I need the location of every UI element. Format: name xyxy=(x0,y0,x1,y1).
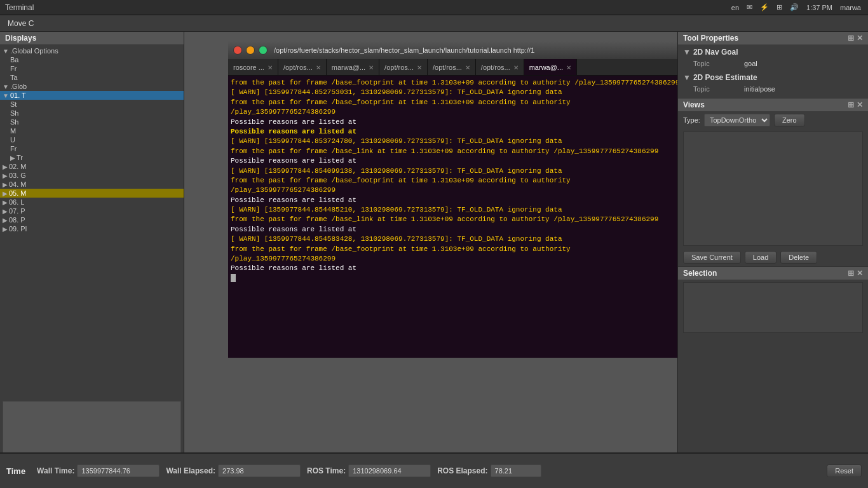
tree-item-m[interactable]: M xyxy=(0,126,184,135)
tree-item-sh1[interactable]: Sh xyxy=(0,109,184,118)
tab-close-icon[interactable]: ✕ xyxy=(465,64,470,71)
close-section-icon[interactable]: ✕ xyxy=(857,100,863,109)
tree-item-glob2[interactable]: ▼ .Glob xyxy=(0,82,184,91)
selection-canvas xyxy=(683,282,863,333)
views-section-icons: ⊞ ✕ xyxy=(848,100,863,109)
delete-button[interactable]: Delete xyxy=(780,251,817,264)
tree-item-label: Ba xyxy=(10,56,18,64)
tree-item-09[interactable]: ▶ 09. Pl xyxy=(0,224,184,233)
tab-label: /opt/ros... xyxy=(433,64,462,71)
terminal-tabs: roscore ... ✕ /opt/ros... ✕ marwa@... ✕ … xyxy=(228,59,677,76)
arrow-icon: ▶ xyxy=(3,172,8,179)
time-bar: Time Wall Time: Wall Elapsed: ROS Time: … xyxy=(0,452,868,488)
views-section: Views ⊞ ✕ Type: TopDownOrtho Zero Save C… xyxy=(678,98,868,267)
tree-item-03[interactable]: ▶ 03. G xyxy=(0,171,184,180)
terminal-titlebar: /opt/ros/fuerte/stacks/hector_slam/hecto… xyxy=(228,41,677,59)
tree-item-ba[interactable]: Ba xyxy=(0,55,184,64)
pose-estimate-topic-value: initialpose xyxy=(744,85,775,93)
save-current-button[interactable]: Save Current xyxy=(683,251,741,264)
wall-elapsed-input[interactable] xyxy=(218,464,301,477)
tree-item-ta[interactable]: Ta xyxy=(0,73,184,82)
maximize-button[interactable] xyxy=(259,46,268,55)
terminal-tab-3[interactable]: /opt/ros... ✕ xyxy=(379,59,428,76)
terminal-tab-1[interactable]: /opt/ros... ✕ xyxy=(278,59,327,76)
menu-item-move[interactable]: Move C xyxy=(3,18,39,29)
tree-item-u[interactable]: U xyxy=(0,135,184,144)
arrow-icon: ▶ xyxy=(3,217,8,224)
load-button[interactable]: Load xyxy=(745,251,776,264)
username: marwa xyxy=(838,4,863,11)
center-view: /opt/ros/fuerte/stacks/hector_slam/hecto… xyxy=(184,32,677,488)
tree-item-01[interactable]: ▼ 01. T xyxy=(0,91,184,100)
tree-item-label: 05. M xyxy=(9,189,27,197)
tree-item-05[interactable]: ▶ 05. M xyxy=(0,189,184,198)
tree-item-08[interactable]: ▶ 08. P xyxy=(0,215,184,224)
close-button[interactable] xyxy=(233,46,242,55)
bluetooth-icon: ⚡ xyxy=(758,3,771,11)
views-buttons: Save Current Load Delete xyxy=(678,248,868,266)
selection-section: Selection ⊞ ✕ xyxy=(678,267,868,336)
tree-item-global-options[interactable]: ▼ .Global Options xyxy=(0,46,184,55)
tree-item-fr2[interactable]: Fr xyxy=(0,144,184,153)
terminal-line: from the past for frame /base_footprint … xyxy=(231,78,677,88)
tree-item-fr[interactable]: Fr xyxy=(0,64,184,73)
terminal-tab-0[interactable]: roscore ... ✕ xyxy=(228,59,278,76)
arrow-icon: ▼ xyxy=(683,48,691,57)
ros-elapsed-input[interactable] xyxy=(491,464,541,477)
reset-button[interactable]: Reset xyxy=(827,464,862,477)
wall-time-input[interactable] xyxy=(77,464,159,477)
tree-item-tr[interactable]: ▶ Tr xyxy=(0,153,184,162)
displays-tree: ▼ .Global Options Ba Fr Ta ▼ .Glob ▼ xyxy=(0,45,184,398)
tab-close-icon[interactable]: ✕ xyxy=(316,64,321,71)
arrow-icon: ▶ xyxy=(3,181,8,188)
tree-item-07[interactable]: ▶ 07. P xyxy=(0,207,184,215)
nav-goal-topic-value: goal xyxy=(744,60,757,67)
tree-item-label: 07. P xyxy=(9,207,25,215)
network-icon: ⊞ xyxy=(775,3,784,11)
terminal-tab-5[interactable]: /opt/ros... ✕ xyxy=(476,59,524,76)
volume-icon: 🔊 xyxy=(788,3,801,11)
displays-header: Displays xyxy=(0,32,184,45)
tab-close-icon[interactable]: ✕ xyxy=(268,64,273,71)
lang-indicator: en xyxy=(729,4,741,11)
tree-item-04[interactable]: ▶ 04. M xyxy=(0,180,184,189)
tree-item-st[interactable]: St xyxy=(0,100,184,109)
tab-close-icon[interactable]: ✕ xyxy=(417,64,422,71)
tree-item-label: Ta xyxy=(10,74,18,81)
tree-item-label: Fr xyxy=(10,65,17,72)
terminal-tab-2[interactable]: marwa@... ✕ xyxy=(327,59,379,76)
tab-label: marwa@... xyxy=(529,64,563,71)
close-section-icon[interactable]: ✕ xyxy=(857,269,863,278)
tree-item-label: 04. M xyxy=(9,180,27,188)
arrow-icon: ▼ xyxy=(683,73,691,82)
nav-goal-header: ▼ 2D Nav Goal xyxy=(681,46,865,58)
terminal-line: [ WARN] [1359977844.854099138, 131029806… xyxy=(231,166,677,196)
terminal-tab-4[interactable]: /opt/ros... ✕ xyxy=(428,59,476,76)
views-zero-button[interactable]: Zero xyxy=(774,114,805,126)
tab-close-icon[interactable]: ✕ xyxy=(369,64,374,71)
tab-close-icon[interactable]: ✕ xyxy=(566,64,571,71)
tool-properties-title: Tool Properties xyxy=(683,34,738,43)
terminal-line: [ WARN] [1359977844.854583428, 131029806… xyxy=(231,234,677,264)
tree-item-06[interactable]: ▶ 06. L xyxy=(0,198,184,207)
wall-time-label: Wall Time: xyxy=(37,466,74,475)
ros-time-input[interactable] xyxy=(348,464,431,477)
rviz-menubar: Move C xyxy=(0,15,868,32)
terminal-body[interactable]: from the past for frame /base_footprint … xyxy=(228,76,677,358)
tab-close-icon[interactable]: ✕ xyxy=(513,64,519,71)
expand-icon[interactable]: ⊞ xyxy=(848,34,854,43)
tree-item-02[interactable]: ▶ 02. M xyxy=(0,162,184,171)
views-type-row: Type: TopDownOrtho Zero xyxy=(678,111,868,129)
selection-header: Selection ⊞ ✕ xyxy=(678,267,868,280)
terminal-line: Possible reasons are listed at xyxy=(231,156,677,166)
expand-icon[interactable]: ⊞ xyxy=(848,269,854,278)
tree-item-label: Tr xyxy=(17,154,23,161)
minimize-button[interactable] xyxy=(246,46,255,55)
views-type-select[interactable]: TopDownOrtho xyxy=(704,114,770,126)
views-title: Views xyxy=(683,100,705,109)
terminal-tab-6[interactable]: marwa@... ✕ xyxy=(524,59,577,76)
tree-item-label: .Global Options xyxy=(10,47,58,55)
close-section-icon[interactable]: ✕ xyxy=(857,34,863,43)
tree-item-sh2[interactable]: Sh xyxy=(0,118,184,126)
expand-icon[interactable]: ⊞ xyxy=(848,100,854,109)
